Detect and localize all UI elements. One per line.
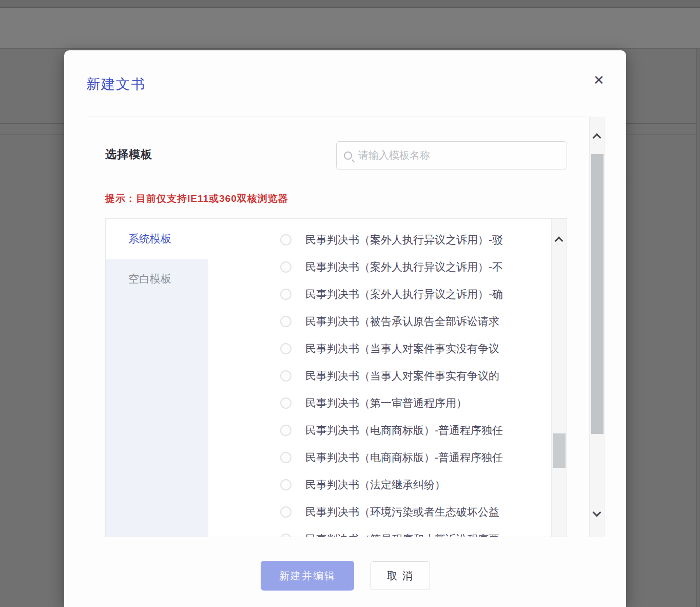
header-divider — [87, 117, 585, 117]
tab-label: 空白模板 — [128, 272, 171, 286]
template-list-item[interactable]: 民事判决书（当事人对案件事实有争议的 — [208, 362, 552, 389]
background-row-line — [626, 181, 700, 181]
template-list-panel: 系统模板 空白模板 民事判决书（案外人执行异议之诉用）-驳 民事判决书（案外人执… — [105, 218, 567, 537]
background-row-line — [0, 181, 64, 181]
radio-icon[interactable] — [280, 316, 291, 327]
radio-icon[interactable] — [280, 425, 291, 436]
close-icon[interactable]: ✕ — [589, 70, 609, 90]
list-scrollbar-thumb[interactable] — [553, 433, 566, 468]
radio-icon[interactable] — [280, 506, 291, 518]
background-header-band — [0, 8, 700, 49]
template-list-item[interactable]: 民事判决书（被告承认原告全部诉讼请求 — [208, 308, 552, 335]
template-list-item[interactable]: 民事判决书（法定继承纠纷） — [208, 471, 552, 498]
template-name: 民事判决书（第一审普通程序用） — [305, 396, 467, 410]
template-list-item[interactable]: 民事判决书（环境污染或者生态破坏公益 — [208, 498, 552, 525]
template-name: 民事判决书（当事人对案件事实有争议的 — [305, 369, 499, 383]
dialog-scrollbar-thumb[interactable] — [591, 154, 604, 434]
template-name: 民事判决书（法定继承纠纷） — [305, 478, 445, 492]
browser-support-tip: 提示：目前仅支持IE11或360双核浏览器 — [105, 192, 288, 205]
template-list-item[interactable]: 民事判决书（当事人对案件事实没有争议 — [208, 335, 552, 362]
template-name: 民事判决书（案外人执行异议之诉用）-不 — [305, 260, 503, 274]
template-tab-column: 系统模板 空白模板 — [106, 219, 208, 537]
template-list-item[interactable]: 民事判决书（案外人执行异议之诉用）-不 — [208, 253, 552, 280]
dialog-scrollbar[interactable] — [589, 117, 605, 537]
radio-icon[interactable] — [280, 289, 291, 300]
radio-icon[interactable] — [280, 370, 291, 382]
radio-icon[interactable] — [280, 261, 291, 273]
template-list-item[interactable]: 民事判决书（案外人执行异议之诉用）-确 — [208, 280, 552, 308]
template-search-input[interactable] — [358, 149, 559, 161]
template-list-item[interactable]: 民事判决书（电商商标版）-普通程序独任 — [208, 416, 552, 444]
template-list-item[interactable]: 民事判决书（第一审普通程序用） — [208, 389, 552, 416]
radio-icon[interactable] — [280, 479, 291, 490]
list-scrollbar[interactable] — [551, 219, 567, 537]
chevron-up-icon[interactable] — [556, 236, 562, 242]
tab-system-template[interactable]: 系统模板 — [106, 219, 208, 259]
radio-icon[interactable] — [280, 234, 291, 245]
cancel-button[interactable]: 取 消 — [371, 561, 430, 590]
search-icon — [344, 151, 352, 160]
radio-icon[interactable] — [280, 452, 291, 463]
template-name: 民事判决书（当事人对案件事实没有争议 — [305, 342, 499, 356]
template-name: 民事判决书（被告承认原告全部诉讼请求 — [305, 314, 499, 329]
template-name: 民事判决书（电商商标版）-普通程序独任 — [305, 450, 503, 465]
background-top-bar — [0, 0, 700, 8]
select-template-heading: 选择模板 — [105, 147, 152, 162]
create-and-edit-button[interactable]: 新建并编辑 — [261, 561, 354, 591]
background-row-line — [626, 135, 700, 135]
dialog-title: 新建文书 — [86, 75, 146, 93]
radio-icon[interactable] — [280, 397, 291, 409]
radio-icon[interactable] — [280, 534, 291, 537]
template-list-item[interactable]: 民事判决书（简易程序和小额诉讼程序要 — [208, 525, 552, 537]
template-name: 民事判决书（案外人执行异议之诉用）-确 — [305, 287, 503, 301]
background-right-strip — [697, 49, 700, 607]
background-row-line — [626, 123, 700, 124]
background-row-line — [0, 135, 64, 135]
background-row-line — [0, 123, 64, 124]
template-name: 民事判决书（环境污染或者生态破坏公益 — [305, 505, 499, 519]
template-search-box[interactable] — [336, 141, 567, 169]
template-list-item[interactable]: 民事判决书（电商商标版）-普通程序独任 — [208, 444, 552, 471]
chevron-down-icon[interactable] — [594, 509, 600, 516]
template-list-item[interactable]: 民事判决书（案外人执行异议之诉用）-驳 — [208, 226, 552, 253]
tab-blank-template[interactable]: 空白模板 — [106, 259, 208, 299]
template-name: 民事判决书（简易程序和小额诉讼程序要 — [305, 532, 499, 537]
new-document-dialog: 新建文书 ✕ 选择模板 提示：目前仅支持IE11或360双核浏览器 系统模板 空… — [64, 50, 626, 607]
chevron-up-icon[interactable] — [594, 133, 600, 139]
template-name: 民事判决书（案外人执行异议之诉用）-驳 — [305, 233, 503, 247]
template-rows: 民事判决书（案外人执行异议之诉用）-驳 民事判决书（案外人执行异议之诉用）-不 … — [208, 219, 552, 537]
template-name: 民事判决书（电商商标版）-普通程序独任 — [305, 423, 503, 438]
radio-icon[interactable] — [280, 343, 291, 354]
tab-label: 系统模板 — [128, 232, 171, 246]
